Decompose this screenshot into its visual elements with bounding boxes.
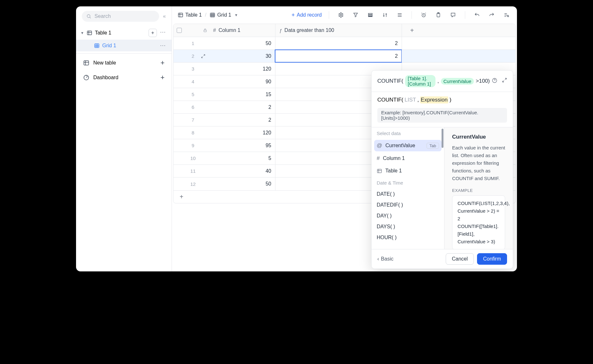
alarm-icon[interactable]	[419, 10, 428, 20]
svg-rect-39	[377, 169, 381, 172]
row-number: 3	[185, 63, 201, 75]
cell-col1[interactable]: 40	[209, 165, 275, 177]
cell-col1[interactable]: 95	[209, 139, 275, 152]
row-height-icon[interactable]	[395, 10, 404, 20]
breadcrumb-grid[interactable]: Grid 1 ▼	[210, 12, 238, 18]
formula-example-pill: Example: [Inventory].COUNTIF(CurrentValu…	[377, 108, 507, 123]
filter-icon[interactable]	[351, 10, 360, 20]
cell-col1[interactable]: 120	[209, 63, 275, 75]
suggest-column1[interactable]: # Column 1	[372, 152, 444, 165]
sidebar-item-table[interactable]: ▼ Table 1 + ···	[76, 26, 172, 40]
sidebar-item-grid[interactable]: Grid 1 ···	[76, 40, 172, 51]
expand-row-icon[interactable]	[201, 139, 209, 152]
suggest-days[interactable]: DAYS( )	[372, 221, 444, 232]
redo-icon[interactable]	[487, 10, 497, 20]
section-select-data: Select data	[372, 127, 444, 139]
new-table-row[interactable]: New table +	[76, 56, 172, 70]
cell-col1[interactable]: 2	[209, 114, 275, 126]
suggest-date[interactable]: DATE( )	[372, 189, 444, 200]
grid-icon	[94, 43, 100, 49]
cell-col1[interactable]: 120	[209, 126, 275, 139]
row-number: 10	[185, 152, 201, 164]
svg-rect-5	[95, 44, 99, 48]
svg-point-22	[340, 14, 342, 16]
svg-rect-23	[368, 13, 372, 14]
suggest-hour[interactable]: HOUR( )	[372, 232, 444, 243]
cell-col1[interactable]: 50	[209, 37, 275, 49]
cell-col2[interactable]: 2	[275, 50, 402, 62]
clipboard-icon[interactable]	[434, 10, 443, 20]
row-number: 7	[185, 114, 201, 126]
group-icon[interactable]	[366, 10, 375, 20]
expand-row-icon[interactable]	[201, 37, 209, 49]
expand-row-icon[interactable]	[201, 114, 209, 126]
add-view-button[interactable]: +	[149, 29, 157, 37]
add-column-button[interactable]: +	[402, 24, 422, 37]
dashboard-icon	[83, 74, 89, 81]
table-icon	[178, 12, 183, 18]
plus-icon: +	[291, 12, 295, 19]
plus-icon[interactable]: +	[160, 73, 165, 82]
expand-row-icon[interactable]	[201, 63, 209, 75]
scrollbar-thumb[interactable]	[442, 129, 443, 148]
suggest-table1[interactable]: Table 1	[372, 165, 444, 177]
help-icon[interactable]	[492, 78, 497, 85]
undo-icon[interactable]	[472, 10, 482, 20]
suggest-current-value[interactable]: @ CurrentValue Tab	[374, 140, 442, 151]
expand-row-icon[interactable]	[201, 101, 209, 113]
svg-rect-2	[87, 31, 92, 35]
expand-row-icon[interactable]	[201, 165, 209, 177]
table-more-icon[interactable]: ···	[159, 29, 167, 37]
basic-mode-link[interactable]: ‹ Basic	[377, 256, 393, 262]
cell-col1[interactable]: 5	[209, 152, 275, 164]
select-all-checkbox[interactable]	[177, 28, 182, 33]
search-input[interactable]	[95, 13, 155, 19]
grid-icon	[210, 12, 215, 18]
plus-icon[interactable]: +	[160, 59, 165, 67]
expand-icon[interactable]	[502, 78, 507, 85]
expand-row-icon[interactable]	[201, 50, 209, 62]
settings-icon[interactable]	[336, 10, 346, 20]
grid-more-icon[interactable]: ···	[159, 42, 167, 49]
dashboard-row[interactable]: Dashboard +	[76, 70, 172, 85]
svg-line-36	[508, 17, 509, 17]
cell-col1[interactable]: 2	[209, 101, 275, 113]
search-box[interactable]	[82, 11, 159, 22]
cell-col1[interactable]: 90	[209, 75, 275, 88]
cell-col1[interactable]: 30	[209, 50, 275, 62]
expand-row-icon[interactable]	[201, 75, 209, 88]
cell-col1[interactable]: 50	[209, 178, 275, 190]
cell-col1[interactable]: 15	[209, 88, 275, 101]
expand-row-icon[interactable]	[201, 126, 209, 139]
suggest-day[interactable]: DAY( )	[372, 210, 444, 221]
cancel-button[interactable]: Cancel	[446, 253, 474, 265]
suggest-datedif[interactable]: DATEDIF( )	[372, 200, 444, 210]
table-row[interactable]: 1502	[173, 37, 515, 50]
table-row[interactable]: 2302	[173, 50, 515, 63]
breadcrumb-table[interactable]: Table 1	[178, 12, 202, 18]
expand-row-icon[interactable]	[201, 178, 209, 190]
find-icon[interactable]	[502, 10, 511, 20]
collapse-sidebar-icon[interactable]: «	[163, 13, 166, 19]
formula-input[interactable]: COUNTIF( [Table 1].[Column 1] , CurrentV…	[372, 71, 513, 92]
row-number: 11	[185, 165, 201, 177]
sort-icon[interactable]	[380, 10, 390, 20]
comment-icon[interactable]	[448, 10, 458, 20]
token-column-ref: [Table 1].[Column 1]	[405, 75, 435, 87]
column-header-2[interactable]: ƒ Data greater than 100	[275, 24, 402, 37]
sidebar: « ▼ Table 1 + ··· Grid 1 ··· New table	[76, 6, 172, 271]
formula-icon: ƒ	[279, 28, 282, 33]
cell-col2[interactable]: 2	[275, 37, 402, 49]
main-area: Table 1 / Grid 1 ▼ + Add record	[172, 6, 517, 271]
chevron-left-icon: ‹	[377, 256, 379, 262]
help-panel: CurrentValue Each value in the current l…	[444, 127, 513, 249]
row-number: 1	[185, 37, 201, 49]
add-row-button[interactable]: +	[173, 193, 189, 201]
hash-icon: #	[377, 155, 380, 162]
add-record-button[interactable]: + Add record	[291, 12, 322, 19]
column-header-1[interactable]: # Column 1	[209, 24, 275, 37]
confirm-button[interactable]: Confirm	[477, 253, 507, 265]
expand-row-icon[interactable]	[201, 152, 209, 164]
breadcrumb: Table 1 / Grid 1 ▼	[178, 12, 238, 18]
expand-row-icon[interactable]	[201, 88, 209, 101]
